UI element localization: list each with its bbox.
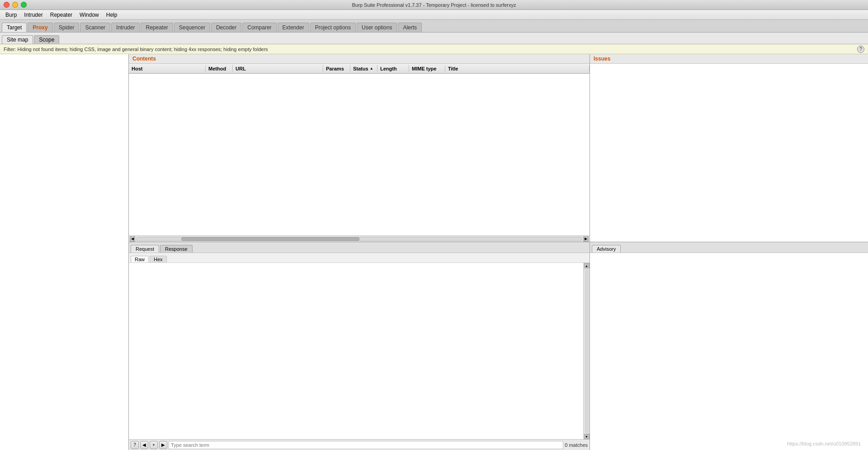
maximize-button[interactable] [21,2,27,8]
h-scroll-thumb [181,237,359,241]
tab-comparer[interactable]: Comparer [242,23,276,32]
tab-scope[interactable]: Scope [34,35,59,44]
window-title: Burp Suite Professional v1.7.37 - Tempor… [352,2,516,8]
col-url[interactable]: URL [233,65,323,72]
contents-title: Contents [129,54,590,64]
v-scroll-track [585,269,589,433]
tab-proxy[interactable]: Proxy [28,23,52,32]
search-bar: ? ◀ + ▶ 0 matches [129,439,590,450]
tab-hex[interactable]: Hex [150,256,167,262]
tab-target[interactable]: Target [2,23,27,32]
main-tab-bar: Target Proxy Spider Scanner Intruder Rep… [0,20,868,33]
tab-raw[interactable]: Raw [131,256,149,262]
h-scroll-left-btn[interactable]: ◀ [130,236,135,242]
tab-sequencer[interactable]: Sequencer [174,23,210,32]
contents-panel: Contents Host Method URL Params Status ▲… [129,54,590,242]
menu-bar: Burp Intruder Repeater Window Help [0,10,868,20]
contents-table-body [129,74,590,235]
col-title[interactable]: Title [445,65,590,72]
issues-title: Issues [590,54,868,64]
main-content: Contents Host Method URL Params Status ▲… [0,54,868,450]
search-input[interactable] [169,441,563,449]
filter-text: Filter: Hiding not found items; hiding C… [4,47,268,52]
tab-extender[interactable]: Extender [278,23,309,32]
advisory-body [590,253,868,450]
v-scroll-up-btn[interactable]: ▲ [584,263,590,268]
tab-spider[interactable]: Spider [54,23,80,32]
h-scroll-right-btn[interactable]: ▶ [583,236,589,242]
search-next-btn[interactable]: ▶ [159,441,167,449]
col-params[interactable]: Params [323,65,350,72]
menu-repeater[interactable]: Repeater [47,11,76,19]
menu-window[interactable]: Window [76,11,103,19]
menu-help[interactable]: Help [103,11,121,19]
v-scroll-down-btn[interactable]: ▼ [584,434,590,439]
sort-arrow-icon: ▲ [370,66,373,70]
filter-help-button[interactable]: ? [857,46,864,53]
search-prev-btn[interactable]: ◀ [140,441,148,449]
col-method[interactable]: Method [206,65,233,72]
tab-user-options[interactable]: User options [357,23,397,32]
title-bar: Burp Suite Professional v1.7.37 - Tempor… [0,0,868,10]
tab-response[interactable]: Response [160,245,193,253]
col-mime[interactable]: MIME type [409,65,445,72]
tab-repeater[interactable]: Repeater [141,23,173,32]
tab-decoder[interactable]: Decoder [211,23,241,32]
req-tab-bar: Request Response [129,242,590,253]
tab-scanner[interactable]: Scanner [80,23,110,32]
tab-site-map[interactable]: Site map [2,35,33,44]
contents-h-scrollbar[interactable]: ◀ ▶ [129,235,590,242]
right-panels: Contents Host Method URL Params Status ▲… [129,54,868,450]
watermark: https://blog.csdn.net/u010952891 [787,441,861,446]
contents-table-header: Host Method URL Params Status ▲ Length M… [129,64,590,74]
search-next-plus-btn[interactable]: + [150,441,158,449]
menu-intruder[interactable]: Intruder [20,11,46,19]
search-help-btn[interactable]: ? [131,441,139,449]
col-status[interactable]: Status ▲ [350,65,377,72]
close-button[interactable] [4,2,9,8]
site-map-tree [0,54,129,450]
h-scroll-track[interactable] [136,237,582,241]
issues-body [590,64,868,242]
col-length[interactable]: Length [377,65,409,72]
top-right-area: Contents Host Method URL Params Status ▲… [129,54,868,242]
raw-tab-bar: Raw Hex [129,253,590,263]
bottom-right-area: Request Response Raw Hex ▲ ▼ ? ◀ [129,242,868,450]
tab-intruder[interactable]: Intruder [111,23,140,32]
sub-tab-bar: Site map Scope [0,33,868,44]
window-controls [4,2,27,8]
request-body: ▲ ▼ [129,263,590,439]
menu-burp[interactable]: Burp [2,11,20,19]
tab-alerts[interactable]: Alerts [398,23,422,32]
advisory-tab-bar: Advisory [590,242,868,253]
tab-request[interactable]: Request [131,245,159,253]
col-host[interactable]: Host [129,65,206,72]
filter-bar[interactable]: Filter: Hiding not found items; hiding C… [0,44,868,54]
request-response-panel: Request Response Raw Hex ▲ ▼ ? ◀ [129,242,590,450]
search-matches: 0 matches [565,442,588,448]
minimize-button[interactable] [12,2,18,8]
tab-advisory[interactable]: Advisory [592,245,621,253]
v-scrollbar[interactable]: ▲ ▼ [583,263,590,439]
advisory-panel: Advisory [590,242,868,450]
issues-panel: Issues [590,54,868,242]
tab-project-options[interactable]: Project options [310,23,356,32]
